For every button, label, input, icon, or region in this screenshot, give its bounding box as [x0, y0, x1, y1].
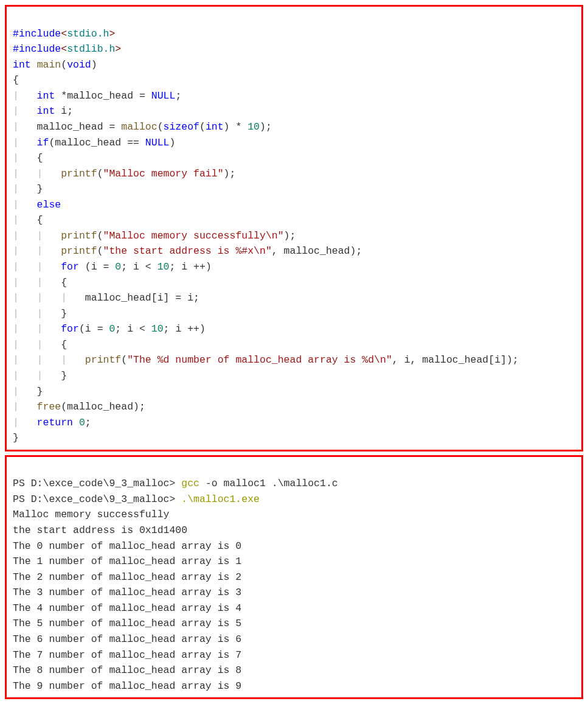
- terminal-output-line: The 9 number of malloc_head array is 9: [13, 680, 241, 692]
- code-line: | }: [13, 386, 43, 397]
- code-line: | int *malloc_head = NULL;: [13, 90, 181, 102]
- code-line: | | {: [13, 339, 67, 350]
- code-line: | | | printf("The %d number of malloc_he…: [13, 354, 519, 366]
- terminal-panel: PS D:\exce_code\9_3_malloc> gcc -o mallo…: [5, 455, 583, 699]
- code-line: {: [13, 74, 19, 86]
- code-line: | | printf("the start address is %#x\n",…: [13, 245, 362, 257]
- terminal-output-line: The 7 number of malloc_head array is 7: [13, 649, 241, 661]
- preproc: #include: [13, 28, 61, 40]
- code-line: | | }: [13, 370, 67, 382]
- code-line: | if(malloc_head == NULL): [13, 137, 175, 148]
- code-line: | {: [13, 214, 43, 226]
- code-line: #include<stdio.h>: [13, 28, 115, 40]
- code-line: | | | malloc_head[i] = i;: [13, 292, 199, 304]
- terminal-output-line: The 3 number of malloc_head array is 3: [13, 587, 241, 598]
- code-line: | int i;: [13, 105, 73, 117]
- code-line: | }: [13, 183, 43, 195]
- terminal-output-line: The 0 number of malloc_head array is 0: [13, 540, 241, 552]
- code-line: | {: [13, 152, 43, 164]
- terminal-output-line: the start address is 0x1d1400: [13, 525, 187, 536]
- code-line: | | }: [13, 308, 67, 319]
- terminal-output-line: The 4 number of malloc_head array is 4: [13, 602, 241, 614]
- code-line: }: [13, 432, 19, 444]
- terminal-output-line: Malloc memory successfully: [13, 509, 169, 520]
- terminal-output-line: The 1 number of malloc_head array is 1: [13, 556, 241, 567]
- code-line: | | printf("Malloc memory fail");: [13, 168, 235, 179]
- terminal-output-line: The 6 number of malloc_head array is 6: [13, 633, 241, 645]
- code-line: | | printf("Malloc memory successfully\n…: [13, 230, 296, 242]
- code-line: | | for(i = 0; i < 10; i ++): [13, 323, 206, 335]
- terminal-output-line: The 8 number of malloc_head array is 8: [13, 664, 241, 676]
- terminal-output-line: The 5 number of malloc_head array is 5: [13, 618, 241, 629]
- code-line: | | {: [13, 277, 67, 288]
- terminal-output-line: The 2 number of malloc_head array is 2: [13, 571, 241, 583]
- code-line: | return 0;: [13, 417, 91, 428]
- code-line: int main(void): [13, 59, 97, 71]
- terminal-line: PS D:\exce_code\9_3_malloc> gcc -o mallo…: [13, 478, 338, 489]
- code-panel: #include<stdio.h> #include<stdlib.h> int…: [5, 5, 583, 451]
- terminal-line: PS D:\exce_code\9_3_malloc> .\malloc1.ex…: [13, 493, 260, 505]
- code-line: | free(malloc_head);: [13, 401, 145, 413]
- code-line: #include<stdlib.h>: [13, 43, 121, 55]
- code-line: | malloc_head = malloc(sizeof(int) * 10)…: [13, 121, 272, 133]
- code-line: | else: [13, 199, 61, 211]
- code-line: | | for (i = 0; i < 10; i ++): [13, 261, 212, 273]
